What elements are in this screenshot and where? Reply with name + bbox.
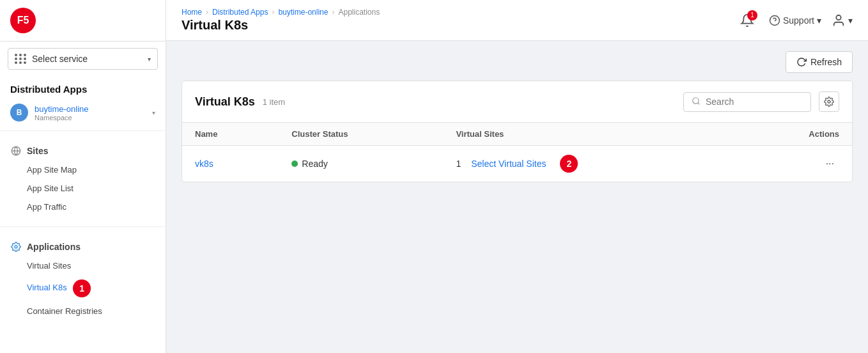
user-button[interactable]: ▾ xyxy=(832,13,853,27)
table-row: vk8s Ready 1 Select Virtual Sites xyxy=(182,146,852,182)
sidebar-item-container-registries[interactable]: Container Registries xyxy=(0,302,166,320)
breadcrumb-buytime-online[interactable]: buytime-online xyxy=(278,8,328,17)
table-title: Virtual K8s xyxy=(195,95,255,109)
sidebar-item-app-site-map[interactable]: App Site Map xyxy=(0,161,166,179)
col-header-cluster-status: Cluster Status xyxy=(279,123,443,146)
breadcrumb: Home › Distributed Apps › buytime-online… xyxy=(182,8,725,17)
user-chevron-icon: ▾ xyxy=(848,15,853,26)
namespace-avatar: B xyxy=(10,104,28,122)
more-options-button[interactable]: ··· xyxy=(821,155,839,172)
data-table: Name Cluster Status Virtual Sites Action… xyxy=(182,123,852,182)
sites-title: Sites xyxy=(27,146,48,156)
refresh-label: Refresh xyxy=(810,57,842,67)
sidebar-item-app-site-list[interactable]: App Site List xyxy=(0,179,166,198)
select-virtual-sites-link[interactable]: Select Virtual Sites xyxy=(471,159,546,169)
status-dot-ready xyxy=(291,161,298,167)
refresh-button[interactable]: Refresh xyxy=(786,51,853,73)
distributed-apps-title: Distributed Apps xyxy=(0,76,166,100)
sidebar-item-virtual-sites[interactable]: Virtual Sites xyxy=(0,256,166,275)
sidebar-item-virtual-k8s[interactable]: Virtual K8s 1 xyxy=(0,275,166,302)
step-badge-2: 2 xyxy=(560,155,578,173)
virtual-sites-cell: 1 Select Virtual Sites 2 xyxy=(443,146,740,182)
search-icon xyxy=(692,97,701,107)
name-cell: vk8s xyxy=(182,146,279,182)
globe-icon xyxy=(10,145,22,157)
support-chevron-icon: ▾ xyxy=(817,15,821,26)
actions-content: ··· xyxy=(752,155,839,172)
namespace-info: buytime-online Namespace xyxy=(35,104,146,122)
sidebar: F5 Select service ▾ Distributed Apps B b… xyxy=(0,0,166,353)
grid-dots-icon xyxy=(15,54,27,64)
sidebar-item-app-traffic[interactable]: App Traffic xyxy=(0,198,166,216)
topbar-actions: 1 Support ▾ ▾ xyxy=(736,9,853,32)
table-settings-button[interactable] xyxy=(819,91,839,112)
notifications-button[interactable]: 1 xyxy=(736,9,759,32)
breadcrumb-sep-1: › xyxy=(206,8,208,17)
sidebar-divider-2 xyxy=(0,226,166,227)
virtual-sites-count: 1 xyxy=(456,159,461,169)
svg-point-2 xyxy=(15,246,17,248)
main-content: Home › Distributed Apps › buytime-online… xyxy=(166,0,868,353)
breadcrumb-sep-2: › xyxy=(272,8,274,17)
applications-title: Applications xyxy=(27,242,81,252)
status-label: Ready xyxy=(302,159,327,169)
svg-point-8 xyxy=(828,100,830,103)
content-area: Refresh Virtual K8s 1 item xyxy=(166,41,868,353)
search-input[interactable] xyxy=(706,97,803,107)
step-badge-1: 1 xyxy=(73,279,91,297)
action-bar: Refresh xyxy=(182,51,853,73)
vk8s-link[interactable]: vk8s xyxy=(195,159,213,169)
sidebar-divider xyxy=(0,130,166,131)
svg-line-7 xyxy=(698,102,700,104)
f5-logo: F5 xyxy=(10,8,36,33)
col-header-actions: Actions xyxy=(740,123,852,146)
sites-group-header: Sites xyxy=(0,141,166,161)
service-select[interactable]: Select service ▾ xyxy=(8,48,158,70)
table-header: Virtual K8s 1 item xyxy=(182,81,852,123)
svg-point-5 xyxy=(836,15,841,19)
actions-cell: ··· xyxy=(740,146,852,182)
notification-badge: 1 xyxy=(747,10,757,20)
support-label: Support xyxy=(783,15,814,26)
table-count: 1 item xyxy=(263,97,285,107)
table-card: Virtual K8s 1 item Name Cluster xyxy=(182,81,853,182)
svg-point-6 xyxy=(693,97,699,103)
breadcrumb-home[interactable]: Home xyxy=(182,8,202,17)
applications-group-header: Applications xyxy=(0,237,166,256)
sidebar-logo: F5 xyxy=(0,0,166,42)
namespace-item[interactable]: B buytime-online Namespace ▾ xyxy=(0,100,166,125)
virtual-sites-content: 1 Select Virtual Sites 2 xyxy=(456,155,727,173)
applications-group: Applications Virtual Sites Virtual K8s 1… xyxy=(0,232,166,326)
search-box[interactable] xyxy=(683,92,811,112)
chevron-down-icon: ▾ xyxy=(152,109,155,116)
col-header-name: Name xyxy=(182,123,279,146)
breadcrumb-sep-3: › xyxy=(332,8,334,17)
breadcrumb-area: Home › Distributed Apps › buytime-online… xyxy=(182,8,725,33)
breadcrumb-distributed-apps[interactable]: Distributed Apps xyxy=(212,8,268,17)
sites-group: Sites App Site Map App Site List App Tra… xyxy=(0,136,166,221)
gear-icon xyxy=(10,241,22,253)
service-select-label: Select service xyxy=(32,54,143,64)
breadcrumb-applications: Applications xyxy=(338,8,380,17)
page-title: Virtual K8s xyxy=(182,18,725,33)
cluster-status-cell: Ready xyxy=(279,146,443,182)
topbar: Home › Distributed Apps › buytime-online… xyxy=(166,0,868,41)
status-ready: Ready xyxy=(291,159,430,169)
chevron-down-icon: ▾ xyxy=(148,56,151,63)
col-header-virtual-sites: Virtual Sites xyxy=(443,123,740,146)
namespace-sub: Namespace xyxy=(35,114,146,122)
support-button[interactable]: Support ▾ xyxy=(769,15,821,26)
namespace-name: buytime-online xyxy=(35,104,146,114)
